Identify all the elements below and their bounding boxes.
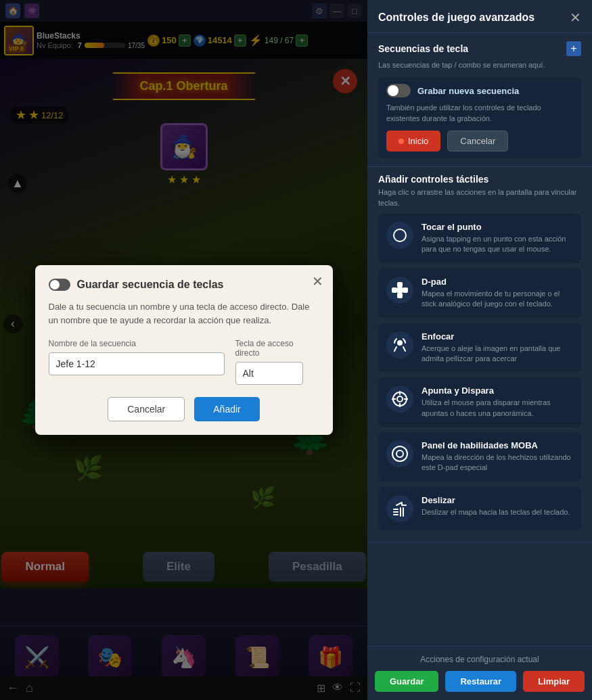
add-secuencia-button[interactable]: + — [566, 41, 581, 56]
control-dpad[interactable]: D-pad Mapea el movimiento de tu personaj… — [378, 269, 581, 318]
moba-icon — [386, 440, 413, 467]
deslizar-name: Deslizar — [422, 495, 573, 505]
tactiles-section: Añadir controles táctiles Haga clic o ar… — [367, 167, 592, 543]
svg-rect-2 — [397, 293, 403, 298]
tactiles-description: Haga clic o arrastre las acciones en la … — [378, 187, 581, 208]
tactiles-title: Añadir controles táctiles — [378, 174, 581, 185]
svg-point-13 — [392, 446, 407, 461]
svg-point-14 — [396, 450, 403, 457]
enfocar-desc: Acerque o aleje la imagen en pantalla qu… — [422, 344, 573, 365]
sequence-name-field: Nombre de la secuencia — [49, 339, 225, 385]
tocar-punto-icon — [386, 222, 413, 249]
guardar-button[interactable]: Guardar — [375, 671, 439, 692]
panel-title: Controles de juego avanzados — [378, 11, 534, 24]
sequence-name-input[interactable] — [49, 352, 225, 375]
apunta-dispara-icon — [386, 386, 413, 413]
deslizar-icon — [386, 495, 413, 522]
apunta-dispara-info: Apunta y Dispara Utiliza el mouse para d… — [422, 386, 573, 419]
dialog-toggle[interactable] — [49, 279, 70, 291]
dialog-cancel-button[interactable]: Cancelar — [108, 397, 185, 421]
dialog-title: Guardar secuencia de teclas — [77, 279, 224, 291]
svg-point-8 — [397, 396, 403, 402]
enfocar-info: Enfocar Acerque o aleje la imagen en pan… — [422, 331, 573, 365]
record-label: Grabar nueva secuencia — [417, 86, 519, 96]
deslizar-info: Deslizar Deslizar el mapa hacia las tecl… — [422, 495, 573, 517]
shortcut-key-input[interactable] — [235, 362, 303, 385]
svg-point-0 — [394, 229, 406, 241]
bottom-actions-title: Acciones de configuración actual — [378, 655, 581, 664]
right-panel: Controles de juego avanzados ✕ Secuencia… — [367, 0, 592, 700]
deslizar-desc: Deslizar el mapa hacia las teclas del te… — [422, 507, 573, 517]
limpiar-button[interactable]: Limpiar — [523, 671, 585, 692]
inicio-button[interactable]: Inicio — [386, 131, 440, 151]
bottom-actions: Acciones de configuración actual Guardar… — [367, 646, 592, 700]
dialog-close-button[interactable]: ✕ — [312, 273, 323, 289]
control-enfocar[interactable]: Enfocar Acerque o aleje la imagen en pan… — [378, 323, 581, 373]
game-area: 🏠 👾 ⚙ — □ 🧙 VIP 0 BlueStacks Nv Equipo: … — [0, 0, 367, 700]
bottom-buttons: Guardar Restaurar Limpiar — [378, 671, 581, 692]
dpad-info: D-pad Mapea el movimiento de tu personaj… — [422, 277, 573, 310]
svg-rect-5 — [397, 287, 403, 293]
moba-desc: Mapea la dirección de los hechizos utili… — [422, 452, 573, 473]
restaurar-button[interactable]: Restaurar — [445, 671, 516, 692]
control-deslizar[interactable]: Deslizar Deslizar el mapa hacia las tecl… — [378, 487, 581, 530]
toggle-dot — [388, 85, 399, 96]
svg-point-6 — [398, 341, 402, 345]
record-toggle[interactable] — [386, 84, 411, 97]
secuencias-description: Las secuencias de tap / combo se enumera… — [378, 60, 581, 70]
moba-info: Panel de habilidades MOBA Mapea la direc… — [422, 440, 573, 473]
panel-header: Controles de juego avanzados ✕ — [367, 0, 592, 33]
record-description: También puede utilizar los controles de … — [386, 103, 573, 124]
dialog-header: Guardar secuencia de teclas — [49, 279, 319, 291]
apunta-dispara-name: Apunta y Dispara — [422, 386, 573, 396]
secuencias-title: Secuencias de tecla — [378, 43, 468, 54]
enfocar-name: Enfocar — [422, 331, 573, 342]
moba-name: Panel de habilidades MOBA — [422, 440, 573, 450]
save-sequence-dialog: Guardar secuencia de teclas ✕ Dale a tu … — [35, 265, 333, 435]
inicio-dot-icon — [399, 139, 404, 144]
svg-rect-1 — [397, 282, 403, 287]
dialog-buttons: Cancelar Añadir — [49, 397, 319, 421]
inicio-label: Inicio — [408, 136, 428, 146]
dialog-add-button[interactable]: Añadir — [194, 397, 259, 421]
record-section: Grabar nueva secuencia También puede uti… — [378, 77, 581, 158]
dpad-icon — [386, 277, 413, 304]
secuencias-section: Secuencias de tecla + Las secuencias de … — [367, 33, 592, 167]
tocar-punto-info: Tocar el punto Asigna tapping en un punt… — [422, 222, 573, 255]
svg-rect-3 — [392, 287, 397, 293]
dialog-toggle-dot — [50, 280, 60, 289]
dialog-overlay: Guardar secuencia de teclas ✕ Dale a tu … — [0, 0, 367, 700]
sequence-name-label: Nombre de la secuencia — [49, 339, 225, 348]
dpad-desc: Mapea el movimiento de tu personaje o el… — [422, 289, 573, 310]
secuencias-header: Secuencias de tecla + — [378, 41, 581, 56]
dialog-description: Dale a tu secuencia un nombre y una tecl… — [49, 300, 319, 327]
tocar-punto-desc: Asigna tapping en un punto con esta acci… — [422, 234, 573, 255]
control-apunta-dispara[interactable]: Apunta y Dispara Utiliza el mouse para d… — [378, 377, 581, 427]
record-actions: Inicio Cancelar — [386, 131, 573, 151]
enfocar-icon — [386, 331, 413, 358]
apunta-dispara-desc: Utiliza el mouse para disparar mientras … — [422, 398, 573, 419]
dialog-fields: Nombre de la secuencia Tecla de acceso d… — [49, 339, 319, 385]
control-tocar-punto[interactable]: Tocar el punto Asigna tapping en un punt… — [378, 214, 581, 263]
panel-close-button[interactable]: ✕ — [570, 9, 581, 26]
shortcut-key-label: Tecla de acceso directo — [235, 339, 319, 358]
control-moba[interactable]: Panel de habilidades MOBA Mapea la direc… — [378, 432, 581, 482]
dpad-name: D-pad — [422, 277, 573, 287]
record-row: Grabar nueva secuencia — [386, 84, 573, 97]
cancelar-button[interactable]: Cancelar — [447, 131, 508, 151]
svg-rect-4 — [403, 287, 408, 293]
shortcut-key-field: Tecla de acceso directo — [235, 339, 319, 385]
tocar-punto-name: Tocar el punto — [422, 222, 573, 232]
